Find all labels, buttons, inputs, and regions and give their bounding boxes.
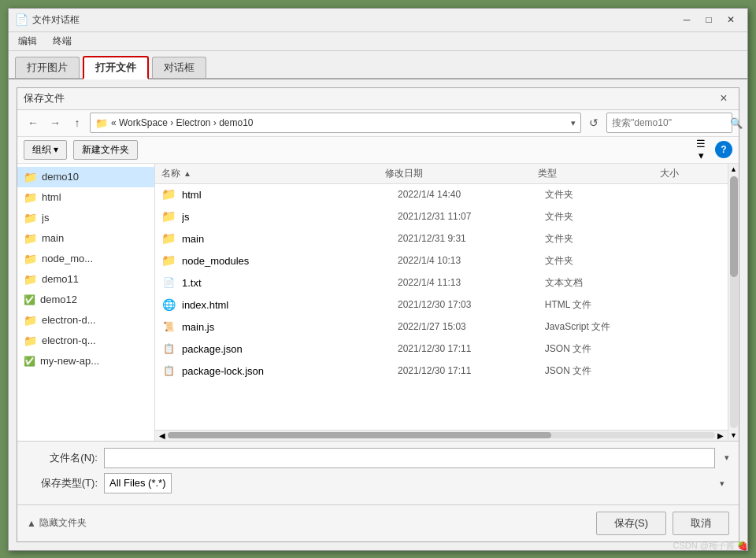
sidebar-label: demo10 bbox=[42, 171, 79, 183]
sidebar-label: demo12 bbox=[40, 294, 77, 305]
search-icon: 🔍 bbox=[730, 117, 743, 129]
file-date: 2022/1/27 15:03 bbox=[398, 321, 545, 332]
file-row[interactable]: 🌐 index.html 2021/12/30 17:03 HTML 文件 bbox=[155, 294, 728, 316]
save-button[interactable]: 保存(S) bbox=[596, 512, 666, 535]
view-toggle-button[interactable]: ☰ ▾ bbox=[691, 140, 710, 159]
up-button[interactable]: ↑ bbox=[68, 113, 87, 132]
sidebar-label: electron-d... bbox=[42, 314, 96, 326]
folder-icon: 📁 bbox=[24, 253, 37, 265]
dialog-footer: 文件名(N): ▾ 保存类型(T): All Files (*.*) ▾ bbox=[17, 441, 739, 504]
file-row[interactable]: 📁 html 2022/1/4 14:40 文件夹 bbox=[155, 184, 728, 206]
file-row[interactable]: 📜 main.js 2022/1/27 15:03 JavaScript 文件 bbox=[155, 316, 728, 338]
sidebar-item-demo12[interactable]: ✅ demo12 bbox=[17, 290, 154, 310]
forward-button[interactable]: → bbox=[46, 113, 65, 132]
file-name: js bbox=[182, 211, 398, 223]
file-type: 文件夹 bbox=[545, 254, 662, 268]
v-scroll-thumb[interactable] bbox=[730, 176, 738, 277]
new-folder-button[interactable]: 新建文件夹 bbox=[73, 140, 138, 160]
col-header-size[interactable]: 大小 bbox=[660, 167, 721, 180]
scroll-down-button[interactable]: ▼ bbox=[728, 430, 739, 441]
save-file-dialog: 保存文件 × ← → ↑ 📁 « WorkSpace › Electron › … bbox=[17, 87, 739, 542]
title-controls: ─ □ ✕ bbox=[676, 12, 741, 28]
organize-button[interactable]: 组织 ▾ bbox=[24, 140, 67, 160]
file-date: 2021/12/30 17:03 bbox=[398, 299, 545, 310]
file-type: JSON 文件 bbox=[545, 364, 662, 378]
vertical-scrollbar[interactable]: ▲ ▼ bbox=[728, 164, 739, 441]
file-row[interactable]: 📁 node_modules 2022/1/4 10:13 文件夹 bbox=[155, 250, 728, 272]
hide-folder-icon: ▲ bbox=[27, 518, 36, 529]
search-input[interactable] bbox=[612, 117, 730, 128]
sidebar-label: html bbox=[42, 191, 61, 203]
filetype-row: 保存类型(T): All Files (*.*) ▾ bbox=[27, 473, 729, 493]
cancel-button[interactable]: 取消 bbox=[673, 512, 729, 535]
dialog-content: 📁 demo10 📁 html 📁 js 📁 main 📁 nod bbox=[17, 164, 739, 441]
tab-open-file[interactable]: 打开文件 bbox=[83, 56, 149, 79]
file-row[interactable]: 📁 main 2021/12/31 9:31 文件夹 bbox=[155, 228, 728, 250]
sort-arrow-icon: ▲ bbox=[183, 169, 191, 178]
folder-icon: 📁 bbox=[161, 187, 176, 201]
sidebar-item-demo11[interactable]: 📁 demo11 bbox=[17, 269, 154, 290]
window-title: 文件对话框 bbox=[32, 13, 676, 27]
col-header-name[interactable]: 名称 ▲ bbox=[161, 167, 385, 180]
filename-dropdown-icon[interactable]: ▾ bbox=[724, 453, 729, 463]
filetype-select[interactable]: All Files (*.*) bbox=[104, 473, 172, 493]
menu-terminal[interactable]: 终端 bbox=[48, 33, 76, 50]
dialog-toolbar: ← → ↑ 📁 « WorkSpace › Electron › demo10 … bbox=[17, 110, 739, 137]
col-name-label: 名称 bbox=[161, 167, 180, 180]
tab-open-image[interactable]: 打开图片 bbox=[15, 57, 80, 78]
folder-icon: 📁 bbox=[24, 232, 37, 245]
sidebar-item-electron-d[interactable]: 📁 electron-d... bbox=[17, 310, 154, 331]
dialog-close-button[interactable]: × bbox=[715, 90, 732, 107]
refresh-button[interactable]: ↺ bbox=[584, 113, 603, 132]
breadcrumb[interactable]: 📁 « WorkSpace › Electron › demo10 ▾ bbox=[90, 113, 581, 133]
tab-dialog[interactable]: 对话框 bbox=[152, 57, 206, 78]
sidebar-item-demo10[interactable]: 📁 demo10 bbox=[17, 167, 154, 187]
scroll-left-button[interactable]: ◀ bbox=[157, 431, 168, 440]
sidebar-item-main[interactable]: 📁 main bbox=[17, 228, 154, 249]
minimize-button[interactable]: ─ bbox=[676, 12, 697, 28]
window-icon: 📄 bbox=[15, 13, 28, 26]
file-type: HTML 文件 bbox=[545, 298, 662, 312]
filetype-label: 保存类型(T): bbox=[27, 476, 98, 490]
file-type: 文本文档 bbox=[545, 276, 662, 290]
green-check-icon: ✅ bbox=[24, 294, 35, 305]
file-date: 2021/12/30 17:11 bbox=[398, 343, 545, 354]
green-check-icon: ✅ bbox=[24, 356, 35, 367]
search-box[interactable]: 🔍 bbox=[606, 113, 732, 133]
file-row[interactable]: 📋 package-lock.json 2021/12/30 17:11 JSO… bbox=[155, 360, 728, 382]
hide-folder-toggle[interactable]: ▲ 隐藏文件夹 bbox=[27, 516, 87, 530]
maximize-button[interactable]: □ bbox=[699, 12, 719, 28]
sidebar-item-js[interactable]: 📁 js bbox=[17, 208, 154, 228]
sidebar-item-node-modules[interactable]: 📁 node_mo... bbox=[17, 249, 154, 269]
txt-file-icon: 📄 bbox=[161, 277, 176, 288]
help-button[interactable]: ? bbox=[715, 141, 732, 158]
file-date: 2021/12/31 11:07 bbox=[398, 211, 545, 222]
filename-input[interactable] bbox=[104, 448, 715, 468]
scroll-up-button[interactable]: ▲ bbox=[728, 164, 739, 175]
file-row[interactable]: 📁 js 2021/12/31 11:07 文件夹 bbox=[155, 206, 728, 228]
col-header-date[interactable]: 修改日期 bbox=[385, 167, 538, 180]
folder-icon: 📁 bbox=[161, 231, 176, 246]
file-name: 1.txt bbox=[182, 277, 398, 289]
back-button[interactable]: ← bbox=[24, 113, 43, 132]
sidebar: 📁 demo10 📁 html 📁 js 📁 main 📁 nod bbox=[17, 164, 155, 441]
folder-icon: 📁 bbox=[24, 171, 37, 183]
file-date: 2021/12/31 9:31 bbox=[398, 233, 545, 244]
file-row[interactable]: 📋 package.json 2021/12/30 17:11 JSON 文件 bbox=[155, 338, 728, 360]
col-header-type[interactable]: 类型 bbox=[538, 167, 660, 180]
json-file-icon: 📋 bbox=[161, 343, 176, 354]
scroll-thumb[interactable] bbox=[168, 432, 551, 438]
horizontal-scrollbar[interactable]: ◀ ▶ bbox=[155, 430, 728, 441]
sidebar-item-electron-q[interactable]: 📁 electron-q... bbox=[17, 331, 154, 351]
html-file-icon: 🌐 bbox=[161, 298, 176, 311]
file-name: package.json bbox=[182, 343, 398, 355]
file-row[interactable]: 📄 1.txt 2022/1/4 11:13 文本文档 bbox=[155, 272, 728, 294]
window-close-button[interactable]: ✕ bbox=[721, 12, 741, 28]
scroll-right-button[interactable]: ▶ bbox=[715, 431, 726, 440]
select-arrow-icon: ▾ bbox=[720, 478, 724, 488]
file-date: 2021/12/30 17:11 bbox=[398, 365, 545, 376]
file-date: 2022/1/4 14:40 bbox=[398, 189, 545, 200]
sidebar-item-html[interactable]: 📁 html bbox=[17, 187, 154, 208]
sidebar-item-my-new-ap[interactable]: ✅ my-new-ap... bbox=[17, 351, 154, 371]
menu-edit[interactable]: 编辑 bbox=[13, 33, 42, 50]
